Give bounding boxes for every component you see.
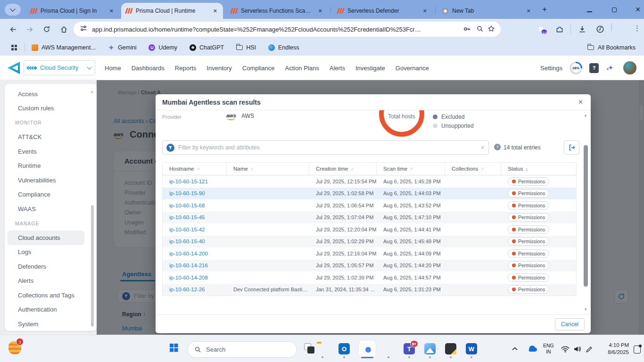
tray-chevron-up[interactable] bbox=[512, 347, 518, 351]
sort-icon[interactable]: ↓↑ bbox=[250, 167, 253, 171]
sidebar-item-logs[interactable]: Logs bbox=[8, 245, 84, 260]
clear-filter-icon[interactable]: ✕ bbox=[480, 145, 485, 151]
modal-scrollbar-thumb[interactable] bbox=[584, 145, 588, 287]
apps-grid-icon[interactable] bbox=[11, 45, 17, 50]
table-row[interactable]: ip-10-60-15-68Jul 29, 2025, 1:06:54 PMAu… bbox=[163, 199, 576, 212]
table-row[interactable]: ip-10-60-14-200Jul 29, 2025, 12:16:04 PM… bbox=[163, 247, 576, 260]
sort-desc-icon[interactable]: ↓ bbox=[526, 166, 528, 172]
reload-button[interactable] bbox=[42, 25, 51, 33]
browser-menu-button[interactable]: ⋮ bbox=[634, 24, 641, 33]
file-explorer-icon[interactable] bbox=[317, 343, 328, 354]
column-header-creation-time[interactable]: Creation time↓↑ bbox=[309, 163, 377, 175]
sidebar-item-waas[interactable]: WAAS bbox=[8, 202, 84, 216]
language-indicator[interactable]: ENGIN bbox=[543, 343, 554, 355]
tab-close-icon[interactable]: ✕ bbox=[108, 8, 115, 14]
product-switcher[interactable]: Cloud Security bbox=[24, 60, 95, 75]
task-view-button[interactable] bbox=[304, 343, 314, 354]
edge-icon[interactable] bbox=[383, 343, 394, 354]
bookmark-item[interactable]: Endless bbox=[268, 44, 299, 51]
sidebar-item-runtime[interactable]: Runtime bbox=[8, 159, 84, 173]
sidebar-item-system[interactable]: System bbox=[8, 317, 84, 331]
url-text[interactable]: app.ind.prismacloud.io/home/runtime?comp… bbox=[92, 26, 422, 33]
nav-item-investigate[interactable]: Investigate bbox=[355, 65, 385, 72]
hostname-link[interactable]: ip-10-60-15-42 bbox=[169, 227, 205, 232]
sort-icon[interactable]: ↓↑ bbox=[480, 167, 483, 171]
ai-sparkles-icon[interactable]: ✦✦ bbox=[606, 63, 616, 73]
prisma-logo-icon[interactable] bbox=[8, 62, 20, 74]
volume-icon[interactable] bbox=[573, 346, 581, 352]
modal-scroll-up-icon[interactable]: ▲ bbox=[584, 113, 587, 117]
nav-item-dashboards[interactable]: Dashboards bbox=[132, 65, 165, 72]
table-row[interactable]: ip-10-60-14-216Jul 29, 2025, 1:05:57 PMA… bbox=[163, 260, 576, 272]
password-key-icon[interactable] bbox=[463, 25, 471, 33]
tab-close-icon[interactable]: ✕ bbox=[317, 8, 323, 14]
new-tab-button[interactable]: + bbox=[542, 5, 547, 14]
hostname-link[interactable]: ip-10-60-14-216 bbox=[169, 263, 208, 268]
nav-item-alerts[interactable]: Alerts bbox=[330, 65, 345, 72]
onedrive-icon[interactable] bbox=[527, 346, 537, 352]
clock[interactable]: 4:10 PM8/6/2025 bbox=[599, 342, 629, 356]
start-button[interactable] bbox=[170, 344, 178, 352]
hostname-link[interactable]: ip-10-60-15-45 bbox=[169, 214, 205, 220]
nav-item-reports[interactable]: Reports bbox=[175, 65, 197, 72]
extensions-puzzle-button[interactable] bbox=[555, 25, 564, 35]
home-button[interactable] bbox=[59, 25, 68, 33]
cancel-button[interactable]: Cancel bbox=[555, 318, 585, 330]
export-button[interactable] bbox=[564, 140, 579, 155]
window-maximize-button[interactable] bbox=[607, 6, 621, 14]
sidebar-item-access[interactable]: Access bbox=[8, 87, 84, 101]
bookmark-item[interactable]: UUdemy bbox=[149, 44, 177, 51]
table-row[interactable]: ip-10-60-15-42Jul 29, 2025, 12:20:04 PMA… bbox=[163, 223, 576, 236]
hostname-link[interactable]: ip-10-60-15-121 bbox=[169, 179, 208, 184]
nav-item-action-plans[interactable]: Action Plans bbox=[285, 65, 319, 72]
nav-item-inventory[interactable]: Inventory bbox=[206, 65, 231, 72]
column-header-hostname[interactable]: Hostname↓↑ bbox=[163, 163, 227, 175]
sort-icon[interactable]: ↓↑ bbox=[410, 167, 413, 171]
site-info-icon[interactable] bbox=[80, 25, 87, 34]
extension-s-circle-icon[interactable] bbox=[596, 25, 604, 35]
table-row[interactable]: ip-10-60-15-45Jul 29, 2025, 1:07:04 PMAu… bbox=[163, 212, 576, 224]
sidebar-item-defenders[interactable]: Defenders bbox=[8, 259, 84, 274]
table-row[interactable]: ip-10-60-15-121Jul 29, 2025, 12:15:54 PM… bbox=[163, 175, 576, 188]
browser-tab[interactable]: New Tab✕ bbox=[438, 3, 537, 19]
url-bar[interactable]: app.ind.prismacloud.io/home/runtime?comp… bbox=[74, 22, 501, 37]
column-header-collections[interactable]: Collections↓↑ bbox=[445, 163, 501, 175]
browser-tab[interactable]: Prisma Cloud | Sign In✕ bbox=[26, 3, 119, 19]
nav-item-compliance[interactable]: Compliance bbox=[242, 65, 275, 72]
sidebar-item-compliance[interactable]: Compliance bbox=[8, 188, 84, 202]
modal-filter-bar[interactable]: ✕ bbox=[162, 140, 489, 155]
sidebar-item-vulnerabilities[interactable]: Vulnerabilities bbox=[8, 173, 84, 188]
notification-center-icon[interactable] bbox=[634, 346, 641, 354]
table-row[interactable]: ip-10-60-15-90Jul 29, 2025, 1:02:58 PMAu… bbox=[163, 188, 576, 200]
nav-item-home[interactable]: Home bbox=[105, 65, 121, 72]
tab-close-icon[interactable]: ✕ bbox=[422, 8, 428, 14]
hostname-link[interactable]: ip-10-60-15-90 bbox=[169, 190, 205, 196]
sort-icon[interactable]: ↓↑ bbox=[196, 167, 199, 171]
word-icon[interactable]: W bbox=[466, 343, 477, 354]
column-header-name[interactable]: Name↓↑ bbox=[227, 163, 309, 175]
hostname-link[interactable]: ip-10-60-15-68 bbox=[169, 203, 205, 208]
chrome-icon[interactable] bbox=[362, 343, 373, 354]
hostname-link[interactable]: ip-10-60-14-208 bbox=[169, 275, 208, 280]
all-bookmarks-button[interactable]: All Bookmarks bbox=[587, 44, 636, 51]
bookmark-item[interactable]: ✳ChatGPT bbox=[190, 44, 224, 51]
sort-icon[interactable]: ↓↑ bbox=[350, 167, 353, 171]
user-avatar[interactable] bbox=[623, 61, 636, 74]
bookmark-star-icon[interactable] bbox=[487, 25, 496, 33]
hostname-link[interactable]: ip-10-60-12-26 bbox=[169, 287, 205, 292]
tab-close-icon[interactable]: ✕ bbox=[212, 8, 218, 14]
sidebar-item-cloud-accounts[interactable]: Cloud accounts bbox=[8, 230, 84, 245]
teams-icon[interactable]: T9+ bbox=[404, 343, 415, 354]
outlook-icon[interactable]: O bbox=[339, 343, 350, 354]
table-row[interactable]: ip-10-60-12-26Dev Connected platform Bas… bbox=[163, 284, 576, 296]
browser-tab[interactable]: Serverless Functions Scannin✕ bbox=[226, 3, 328, 19]
window-minimize-button[interactable] bbox=[582, 6, 596, 14]
setup-progress-ring[interactable]: 26% bbox=[570, 62, 582, 74]
search-zoom-icon[interactable] bbox=[476, 25, 485, 33]
browser-tab[interactable]: Serverless Defender✕ bbox=[333, 3, 433, 19]
bookmark-item[interactable]: HSI bbox=[236, 44, 256, 51]
pen-icon[interactable] bbox=[586, 346, 593, 353]
browser-tab[interactable]: Prisma Cloud | Runtime✕ bbox=[121, 3, 223, 19]
filter-input[interactable] bbox=[178, 144, 477, 151]
bookmark-item[interactable]: AWS Management... bbox=[32, 44, 96, 51]
